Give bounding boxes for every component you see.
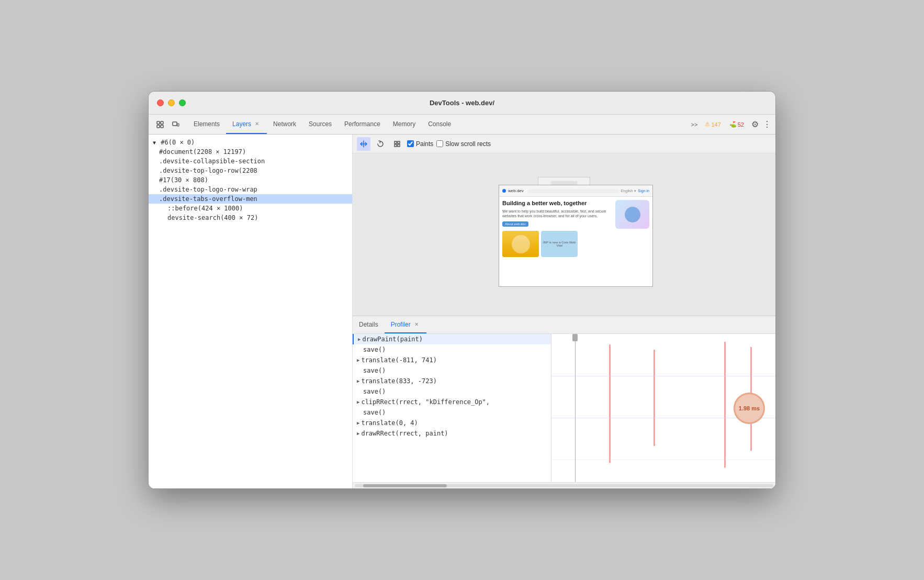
slow-scroll-checkbox-label[interactable]: Slow scroll rects bbox=[436, 140, 491, 148]
inspector-icon[interactable] bbox=[153, 117, 167, 132]
traffic-lights bbox=[157, 99, 186, 106]
profiler-item-4[interactable]: ▶ translate(833, -723) bbox=[353, 376, 551, 386]
profiler-scrollbar[interactable] bbox=[353, 482, 775, 488]
timeline-scroll: 1.98 ms bbox=[551, 334, 775, 482]
tab-sources[interactable]: Sources bbox=[302, 115, 338, 134]
tree-item-17[interactable]: #17(30 × 808) bbox=[149, 175, 352, 185]
right-panel: Paints Slow scroll rects ... bbox=[353, 135, 775, 488]
svg-rect-3 bbox=[161, 125, 163, 128]
profiler-item-2[interactable]: ▶ translate(-811, 741) bbox=[353, 355, 551, 365]
profiler-item-6[interactable]: ▶ clipRRect(rrect, "kDifference_Op", bbox=[353, 397, 551, 407]
svg-rect-5 bbox=[177, 124, 179, 126]
svg-rect-14 bbox=[609, 344, 611, 463]
profiler-item-9[interactable]: ▶ drawRRect(rrect, paint) bbox=[353, 428, 551, 439]
tree-item-label: devsite-search(400 × 72) bbox=[167, 214, 258, 221]
tree-item-collapsible[interactable]: .devsite-collapsible-section bbox=[149, 157, 352, 166]
tab-elements[interactable]: Elements bbox=[187, 115, 226, 134]
warning-badge[interactable]: ⚠ 147 bbox=[702, 120, 724, 129]
tab-memory[interactable]: Memory bbox=[387, 115, 422, 134]
slow-scroll-checkbox[interactable] bbox=[436, 140, 443, 147]
preview-cards: INP is now a Core Web Vital bbox=[502, 231, 649, 257]
svg-rect-1 bbox=[157, 125, 160, 128]
tree-item-tabs-overflow[interactable]: .devsite-tabs-overflow-men bbox=[149, 194, 352, 204]
window-title: DevTools - web.dev/ bbox=[430, 99, 494, 107]
layers-toolbar: Paints Slow scroll rects bbox=[353, 135, 775, 153]
tree-item-search[interactable]: devsite-search(400 × 72) bbox=[149, 213, 352, 222]
triangle-icon: ▶ bbox=[357, 399, 359, 405]
layers-tree[interactable]: ▼ #6(0 × 0) #document(2208 × 12197) .dev… bbox=[149, 135, 352, 488]
tab-layers-close[interactable]: ✕ bbox=[253, 120, 261, 128]
main-toolbar: Elements Layers ✕ Network Sources Perfor… bbox=[149, 115, 775, 135]
preview-card-2: INP is now a Core Web Vital bbox=[541, 231, 578, 257]
more-options-button[interactable]: ⋮ bbox=[763, 119, 771, 129]
svg-rect-20 bbox=[551, 460, 775, 460]
tab-details[interactable]: Details bbox=[353, 316, 385, 333]
profiler-item-1[interactable]: save() bbox=[353, 344, 551, 355]
triangle-icon: ▼ bbox=[153, 140, 156, 146]
timeline-area[interactable]: 1.98 ms bbox=[551, 334, 775, 482]
profiler-item-3[interactable]: save() bbox=[353, 365, 551, 376]
bottom-panel: Details Profiler ✕ ▶ drawPaint(paint) bbox=[353, 316, 775, 488]
tree-item-label: .devsite-tabs-overflow-men bbox=[159, 195, 257, 203]
error-icon: ⛳ bbox=[729, 121, 737, 128]
triangle-icon: ▶ bbox=[358, 337, 360, 342]
pan-tool-button[interactable] bbox=[357, 137, 370, 151]
paints-checkbox[interactable] bbox=[407, 140, 414, 147]
svg-rect-2 bbox=[161, 121, 163, 124]
scrollbar-thumb[interactable] bbox=[363, 484, 447, 487]
error-badge[interactable]: ⛳ 52 bbox=[726, 120, 747, 129]
main-content: ▼ #6(0 × 0) #document(2208 × 12197) .dev… bbox=[149, 135, 775, 488]
rotate-tool-button[interactable] bbox=[374, 137, 387, 151]
svg-rect-9 bbox=[398, 144, 400, 147]
triangle-icon: ▶ bbox=[357, 420, 359, 426]
tree-item-label: .devsite-top-logo-row(2208 bbox=[159, 167, 257, 174]
settings-button[interactable]: ⚙ bbox=[749, 117, 761, 131]
tab-profiler[interactable]: Profiler ✕ bbox=[385, 316, 426, 333]
close-button[interactable] bbox=[157, 99, 164, 106]
tree-item-top-logo-wrap[interactable]: .devsite-top-logo-row-wrap bbox=[149, 185, 352, 194]
tab-console[interactable]: Console bbox=[422, 115, 457, 134]
tab-profiler-close[interactable]: ✕ bbox=[413, 321, 420, 328]
svg-rect-18 bbox=[551, 376, 775, 376]
toolbar-left bbox=[153, 115, 183, 134]
preview-header: web.dev English ▾ Sign in bbox=[499, 185, 652, 197]
tree-item-top-logo[interactable]: .devsite-top-logo-row(2208 bbox=[149, 166, 352, 175]
tree-item-label: #17(30 × 808) bbox=[159, 176, 208, 184]
tree-item-label: ::before(424 × 1000) bbox=[167, 205, 243, 212]
tab-performance[interactable]: Performance bbox=[338, 115, 387, 134]
toolbar-right: >> ⚠ 147 ⛳ 52 ⚙ ⋮ bbox=[689, 115, 771, 134]
tree-item-root[interactable]: ▼ #6(0 × 0) bbox=[149, 138, 352, 147]
tree-item-label: #6(0 × 0) bbox=[161, 139, 195, 146]
svg-rect-7 bbox=[398, 141, 400, 143]
svg-rect-16 bbox=[724, 342, 726, 468]
tree-item-label: .devsite-collapsible-section bbox=[159, 158, 265, 165]
profiler-item-5[interactable]: save() bbox=[353, 386, 551, 397]
profiler-item-0[interactable]: ▶ drawPaint(paint) bbox=[353, 334, 551, 344]
profiler-tree[interactable]: ▶ drawPaint(paint) save() ▶ translate(-8… bbox=[353, 334, 551, 482]
svg-rect-15 bbox=[653, 350, 655, 446]
tab-layers[interactable]: Layers ✕ bbox=[226, 115, 267, 134]
devtools-window: DevTools - web.dev/ Elements bbox=[148, 91, 776, 489]
more-tabs-button[interactable]: >> bbox=[689, 120, 700, 129]
timer-badge: 1.98 ms bbox=[734, 393, 765, 424]
bottom-content: ▶ drawPaint(paint) save() ▶ translate(-8… bbox=[353, 334, 775, 482]
tab-network[interactable]: Network bbox=[267, 115, 302, 134]
svg-rect-8 bbox=[395, 144, 397, 147]
preview-content-area: Building a better web, together We want … bbox=[499, 197, 652, 286]
minimize-button[interactable] bbox=[168, 99, 175, 106]
tree-item-document[interactable]: #document(2208 × 12197) bbox=[149, 147, 352, 157]
tree-item-label: .devsite-top-logo-row-wrap bbox=[159, 186, 257, 193]
preview-small-text: We want to help you build beautiful, acc… bbox=[502, 209, 611, 218]
reset-tool-button[interactable] bbox=[390, 137, 404, 151]
maximize-button[interactable] bbox=[179, 99, 186, 106]
preview-card-1 bbox=[502, 231, 539, 257]
tree-item-before[interactable]: ::before(424 × 1000) bbox=[149, 204, 352, 213]
scrollbar-track[interactable] bbox=[355, 484, 773, 487]
tree-item-label: #document(2208 × 12197) bbox=[159, 148, 246, 155]
svg-rect-0 bbox=[157, 121, 160, 124]
titlebar: DevTools - web.dev/ bbox=[149, 92, 775, 115]
paints-checkbox-label[interactable]: Paints bbox=[407, 140, 433, 148]
profiler-item-8[interactable]: ▶ translate(0, 4) bbox=[353, 418, 551, 428]
responsive-icon[interactable] bbox=[168, 117, 183, 132]
profiler-item-7[interactable]: save() bbox=[353, 407, 551, 418]
